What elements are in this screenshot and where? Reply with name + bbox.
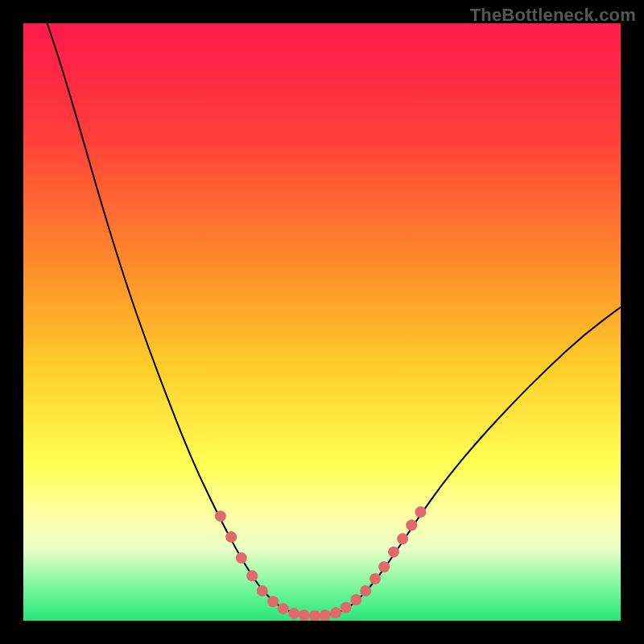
- gradient-background: [23, 23, 621, 621]
- data-marker: [246, 570, 258, 581]
- data-marker: [288, 608, 299, 619]
- data-marker: [378, 561, 390, 572]
- chart-plot-area: [23, 23, 621, 621]
- data-marker: [215, 510, 226, 522]
- data-marker: [406, 519, 417, 530]
- data-marker: [341, 602, 352, 613]
- data-marker: [330, 607, 341, 618]
- data-marker: [397, 533, 408, 544]
- data-marker: [388, 547, 399, 558]
- watermark-text: TheBottleneck.com: [470, 5, 636, 26]
- data-marker: [415, 506, 426, 518]
- data-marker: [236, 552, 247, 564]
- data-marker: [360, 585, 371, 597]
- data-marker: [225, 531, 237, 543]
- data-marker: [278, 603, 289, 614]
- chart-svg: [23, 23, 621, 621]
- data-marker: [299, 609, 310, 621]
- data-marker: [320, 609, 331, 621]
- data-marker: [257, 585, 268, 597]
- chart-frame: TheBottleneck.com: [0, 0, 644, 644]
- data-marker: [350, 594, 361, 605]
- data-marker: [267, 596, 279, 607]
- data-marker: [369, 573, 381, 584]
